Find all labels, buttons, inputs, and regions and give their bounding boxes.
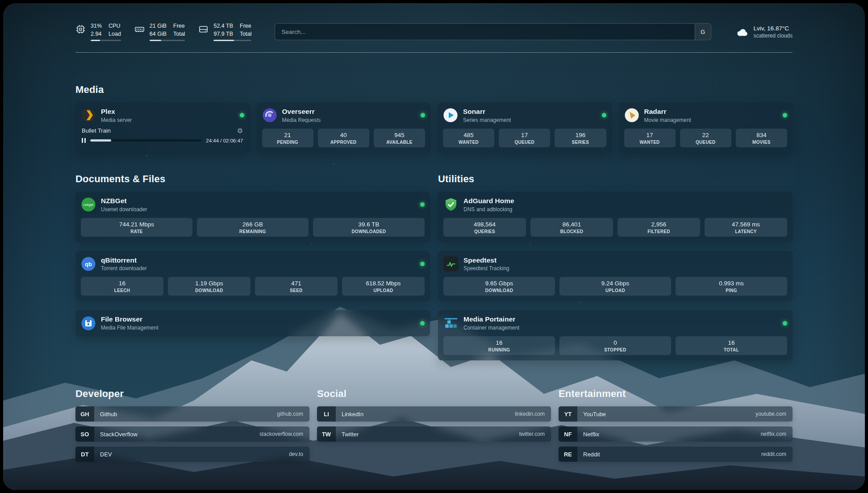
bookmark-row-stackoverflow[interactable]: SO StackOverflow stackoverflow.com: [75, 426, 309, 442]
stat-value: 9.24 Gbps: [560, 280, 670, 287]
portainer-icon: [443, 316, 459, 331]
memory-progress-fill: [150, 40, 161, 41]
bookmark-row-dev[interactable]: DT DEV dev.to: [75, 447, 309, 462]
gear-icon[interactable]: ⚙: [237, 127, 243, 134]
stat-box: 945 AVAILABLE: [374, 129, 425, 147]
service-link-filebrowser[interactable]: File Browser Media File Management: [81, 315, 425, 331]
stat-value: 485: [444, 132, 493, 138]
service-link-plex[interactable]: Plex Media server: [81, 108, 244, 123]
service-name: NZBGet: [101, 197, 147, 205]
bookmark-group-social: Social LI LinkedIn linkedin.com TW Twitt…: [317, 388, 551, 467]
seek-bar[interactable]: [90, 139, 201, 142]
status-dot: [421, 113, 425, 117]
bookmark-row-twitter[interactable]: TW Twitter twitter.com: [317, 426, 551, 442]
bookmark-name: Reddit: [577, 451, 600, 458]
filebrowser-icon: [81, 316, 96, 331]
service-link-portainer[interactable]: Media Portainer Container management: [443, 315, 787, 331]
stat-value: 17: [625, 132, 675, 138]
service-card-radarr: Radarr Movie management 17 WANTED 22 QUE…: [619, 102, 793, 153]
stat-label: UPLOAD: [560, 288, 670, 293]
bookmark-row-netflix[interactable]: NF Netflix netflix.com: [559, 426, 793, 442]
stat-box: 2,956 FILTERED: [618, 218, 700, 237]
stat-label: UPLOAD: [343, 288, 424, 293]
bookmark-abbr: TW: [317, 426, 336, 442]
stat-label: DOWNLOAD: [444, 288, 554, 293]
cpu-load-value: 2.94: [91, 30, 102, 38]
bookmark-row-github[interactable]: GH Github github.com: [75, 406, 309, 422]
stat-value: 1.19 Gbps: [169, 280, 250, 287]
disk-free-value: 52.4 TB: [213, 22, 233, 30]
bookmark-row-youtube[interactable]: YT YouTube youtube.com: [559, 406, 793, 422]
stat-box: 17 QUEUED: [499, 129, 550, 147]
stat-value: 266 GB: [198, 221, 308, 228]
bookmark-row-reddit[interactable]: RE Reddit reddit.com: [559, 447, 793, 462]
service-card-plex: Plex Media server Bullet Train ⚙: [75, 102, 250, 153]
stat-box: 16 RUNNING: [443, 336, 555, 355]
stat-box: 1.19 Gbps DOWNLOAD: [168, 277, 250, 296]
stat-value: 47.569 ms: [705, 221, 786, 228]
bookmark-url: linkedin.com: [515, 411, 551, 417]
qbittorrent-icon: qb: [81, 256, 96, 272]
weather-widget[interactable]: Lviv, 16.87°C scattered clouds: [734, 25, 793, 39]
service-subtitle: DNS and adblocking: [463, 206, 514, 213]
stat-label: FILTERED: [618, 229, 699, 234]
cpu-label-top: CPU: [108, 22, 121, 30]
service-link-overseerr[interactable]: Overseerr Media Requests: [262, 108, 426, 123]
service-link-adguard[interactable]: AdGuard Home DNS and adblocking: [443, 197, 787, 213]
stat-box: 0.993 ms PING: [676, 277, 787, 296]
pause-button[interactable]: [82, 138, 86, 143]
section-title-entertainment: Entertainment: [559, 388, 793, 400]
stat-label: LATENCY: [705, 229, 786, 234]
service-name: qBittorrent: [101, 256, 147, 264]
overseerr-icon: [262, 108, 277, 123]
bookmark-url: github.com: [277, 411, 309, 417]
status-dot: [420, 262, 425, 266]
stat-box: 40 APPROVED: [318, 129, 369, 147]
bookmark-abbr: YT: [559, 406, 577, 422]
stat-label: LEECH: [82, 288, 163, 293]
playback-time: 24:44 / 02:06:47: [206, 138, 243, 143]
service-link-speedtest[interactable]: Speedtest Speedtest Tracking: [443, 256, 787, 272]
section-title-utilities: Utilities: [438, 173, 793, 185]
bookmark-abbr: SO: [75, 426, 94, 442]
status-dot: [240, 113, 244, 117]
stat-label: AVAILABLE: [375, 140, 424, 145]
stat-value: 16: [676, 339, 786, 346]
section-title-developer: Developer: [75, 388, 309, 400]
search-provider-button[interactable]: G: [695, 24, 711, 40]
bookmark-abbr: GH: [75, 406, 94, 422]
search-input[interactable]: [275, 29, 694, 35]
service-subtitle: Container management: [463, 325, 519, 331]
cpu-usage-value: 31%: [91, 22, 102, 30]
nzbget-icon: nzbget: [81, 197, 96, 212]
stat-value: 0.993 ms: [676, 280, 786, 287]
stat-box: 485 WANTED: [443, 129, 494, 147]
stat-value: 2,956: [618, 221, 699, 228]
bookmark-row-linkedin[interactable]: LI LinkedIn linkedin.com: [317, 406, 551, 422]
memory-label-top: Free: [173, 22, 185, 30]
stat-box: 17 WANTED: [624, 129, 676, 147]
stat-label: PING: [676, 288, 786, 293]
service-card-speedtest: Speedtest Speedtest Tracking 9.65 Gbps D…: [438, 251, 793, 301]
service-link-sonarr[interactable]: Sonarr Series management: [443, 108, 606, 123]
status-dot: [602, 113, 606, 117]
stat-label: MOVIES: [737, 140, 786, 145]
service-link-radarr[interactable]: Radarr Movie management: [624, 108, 788, 123]
cpu-progress-bar: [91, 40, 121, 41]
stat-box: 618.52 Mbps UPLOAD: [342, 277, 425, 296]
status-dot: [420, 321, 425, 326]
stat-box: 0 STOPPED: [559, 336, 671, 355]
service-link-qbittorrent[interactable]: qb qBittorrent Torrent downloader: [81, 256, 425, 272]
stat-value: 21: [263, 132, 313, 138]
disk-widget: 52.4 TB 97.9 TB Free Total: [198, 22, 251, 41]
stat-value: 744.21 Mbps: [82, 221, 192, 228]
bookmark-name: StackOverflow: [94, 431, 138, 438]
stat-box: 9.65 Gbps DOWNLOAD: [443, 277, 555, 296]
stat-label: RATE: [82, 229, 192, 234]
status-dot: [783, 321, 787, 326]
bookmark-url: netflix.com: [761, 431, 793, 437]
service-link-nzbget[interactable]: nzbget NZBGet Usenet downloader: [81, 197, 425, 213]
service-subtitle: Media File Management: [101, 325, 159, 331]
weather-condition: scattered clouds: [754, 33, 793, 39]
service-card-qbittorrent: qb qBittorrent Torrent downloader 16: [75, 251, 430, 301]
